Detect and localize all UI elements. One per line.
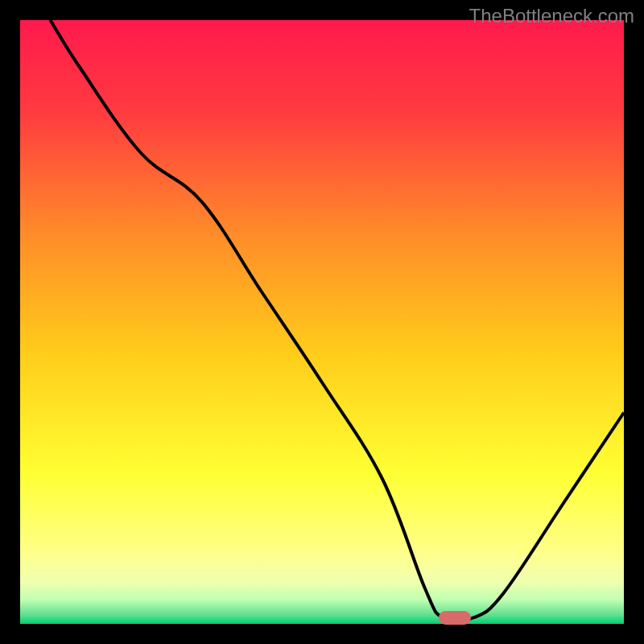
- bottleneck-curve: [20, 20, 624, 624]
- optimal-marker: [439, 611, 471, 625]
- watermark-text: TheBottleneck.com: [469, 5, 634, 27]
- chart-area: [20, 20, 624, 624]
